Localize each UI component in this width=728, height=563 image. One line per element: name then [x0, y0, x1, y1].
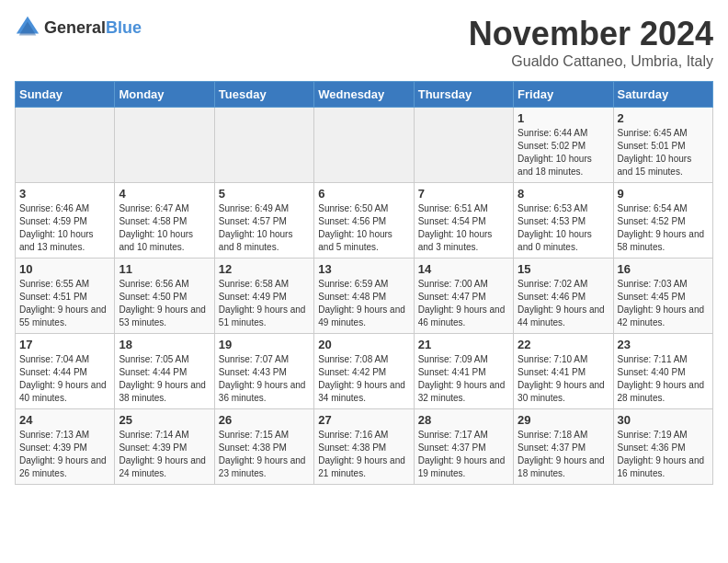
day-number: 9: [618, 187, 709, 201]
day-number: 17: [19, 338, 110, 351]
header: GeneralBlue November 2024 Gualdo Cattane…: [15, 15, 713, 70]
day-number: 25: [119, 413, 210, 427]
day-info: Sunrise: 7:09 AM Sunset: 4:41 PM Dayligh…: [418, 353, 509, 405]
day-number: 16: [618, 262, 709, 276]
day-info: Sunrise: 7:14 AM Sunset: 4:39 PM Dayligh…: [119, 429, 210, 480]
day-number: 27: [318, 413, 409, 427]
calendar-cell: 3Sunrise: 6:46 AM Sunset: 4:59 PM Daylig…: [16, 183, 115, 259]
calendar-cell: 9Sunrise: 6:54 AM Sunset: 4:52 PM Daylig…: [613, 183, 712, 259]
day-number: 20: [318, 338, 409, 351]
header-friday: Friday: [514, 82, 613, 108]
day-number: 3: [19, 187, 110, 201]
day-info: Sunrise: 6:55 AM Sunset: 4:51 PM Dayligh…: [19, 278, 110, 329]
day-number: 7: [418, 187, 509, 201]
calendar-cell: 2Sunrise: 6:45 AM Sunset: 5:01 PM Daylig…: [613, 108, 712, 183]
calendar-week-2: 10Sunrise: 6:55 AM Sunset: 4:51 PM Dayli…: [16, 259, 713, 334]
day-info: Sunrise: 7:15 AM Sunset: 4:38 PM Dayligh…: [219, 429, 310, 480]
month-title: November 2024: [469, 15, 713, 53]
day-info: Sunrise: 7:07 AM Sunset: 4:43 PM Dayligh…: [219, 353, 310, 405]
day-number: 10: [19, 262, 110, 276]
calendar-cell: 22Sunrise: 7:10 AM Sunset: 4:41 PM Dayli…: [514, 334, 613, 409]
day-info: Sunrise: 6:50 AM Sunset: 4:56 PM Dayligh…: [318, 202, 409, 254]
day-info: Sunrise: 7:02 AM Sunset: 4:46 PM Dayligh…: [518, 278, 609, 329]
day-info: Sunrise: 6:54 AM Sunset: 4:52 PM Dayligh…: [618, 202, 709, 254]
calendar-cell: 23Sunrise: 7:11 AM Sunset: 4:40 PM Dayli…: [613, 334, 712, 409]
day-info: Sunrise: 6:58 AM Sunset: 4:49 PM Dayligh…: [219, 278, 310, 329]
day-info: Sunrise: 7:16 AM Sunset: 4:38 PM Dayligh…: [318, 429, 409, 480]
calendar-cell: 18Sunrise: 7:05 AM Sunset: 4:44 PM Dayli…: [115, 334, 214, 409]
calendar-cell: 10Sunrise: 6:55 AM Sunset: 4:51 PM Dayli…: [16, 259, 115, 334]
calendar-cell: 5Sunrise: 6:49 AM Sunset: 4:57 PM Daylig…: [214, 183, 313, 259]
calendar-cell: 14Sunrise: 7:00 AM Sunset: 4:47 PM Dayli…: [414, 259, 513, 334]
calendar-cell: 15Sunrise: 7:02 AM Sunset: 4:46 PM Dayli…: [514, 259, 613, 334]
calendar-cell: 4Sunrise: 6:47 AM Sunset: 4:58 PM Daylig…: [115, 183, 214, 259]
calendar-cell: [414, 108, 513, 183]
day-info: Sunrise: 7:17 AM Sunset: 4:37 PM Dayligh…: [418, 429, 509, 480]
day-number: 15: [518, 262, 609, 276]
calendar-cell: [16, 108, 115, 183]
logo-general: General: [44, 18, 106, 37]
day-number: 12: [219, 262, 310, 276]
day-info: Sunrise: 6:45 AM Sunset: 5:01 PM Dayligh…: [618, 127, 709, 178]
day-number: 29: [518, 413, 609, 427]
calendar-cell: 27Sunrise: 7:16 AM Sunset: 4:38 PM Dayli…: [314, 409, 414, 485]
day-number: 26: [219, 413, 310, 427]
logo-icon: [15, 15, 40, 40]
calendar-cell: 24Sunrise: 7:13 AM Sunset: 4:39 PM Dayli…: [16, 409, 115, 485]
calendar-cell: [214, 108, 313, 183]
day-info: Sunrise: 6:44 AM Sunset: 5:02 PM Dayligh…: [518, 127, 609, 178]
day-info: Sunrise: 7:18 AM Sunset: 4:37 PM Dayligh…: [518, 429, 609, 480]
header-thursday: Thursday: [414, 82, 513, 108]
calendar-cell: 30Sunrise: 7:19 AM Sunset: 4:36 PM Dayli…: [613, 409, 712, 485]
calendar-cell: 13Sunrise: 6:59 AM Sunset: 4:48 PM Dayli…: [314, 259, 414, 334]
day-info: Sunrise: 6:47 AM Sunset: 4:58 PM Dayligh…: [119, 202, 210, 254]
day-info: Sunrise: 7:19 AM Sunset: 4:36 PM Dayligh…: [618, 429, 709, 480]
day-info: Sunrise: 7:13 AM Sunset: 4:39 PM Dayligh…: [19, 429, 110, 480]
calendar-cell: 29Sunrise: 7:18 AM Sunset: 4:37 PM Dayli…: [514, 409, 613, 485]
day-number: 19: [219, 338, 310, 351]
day-info: Sunrise: 7:04 AM Sunset: 4:44 PM Dayligh…: [19, 353, 110, 405]
day-number: 13: [318, 262, 409, 276]
calendar-cell: 21Sunrise: 7:09 AM Sunset: 4:41 PM Dayli…: [414, 334, 513, 409]
day-number: 28: [418, 413, 509, 427]
day-info: Sunrise: 7:11 AM Sunset: 4:40 PM Dayligh…: [618, 353, 709, 405]
day-number: 14: [418, 262, 509, 276]
day-info: Sunrise: 6:51 AM Sunset: 4:54 PM Dayligh…: [418, 202, 509, 254]
day-info: Sunrise: 7:08 AM Sunset: 4:42 PM Dayligh…: [318, 353, 409, 405]
calendar-cell: 12Sunrise: 6:58 AM Sunset: 4:49 PM Dayli…: [214, 259, 313, 334]
header-tuesday: Tuesday: [214, 82, 313, 108]
day-number: 22: [518, 338, 609, 351]
header-monday: Monday: [115, 82, 214, 108]
header-wednesday: Wednesday: [314, 82, 414, 108]
calendar-cell: 25Sunrise: 7:14 AM Sunset: 4:39 PM Dayli…: [115, 409, 214, 485]
day-info: Sunrise: 7:05 AM Sunset: 4:44 PM Dayligh…: [119, 353, 210, 405]
calendar-cell: 16Sunrise: 7:03 AM Sunset: 4:45 PM Dayli…: [613, 259, 712, 334]
day-number: 23: [618, 338, 709, 351]
calendar-cell: 8Sunrise: 6:53 AM Sunset: 4:53 PM Daylig…: [514, 183, 613, 259]
day-number: 2: [618, 111, 709, 125]
day-info: Sunrise: 7:00 AM Sunset: 4:47 PM Dayligh…: [418, 278, 509, 329]
calendar-cell: 7Sunrise: 6:51 AM Sunset: 4:54 PM Daylig…: [414, 183, 513, 259]
calendar-week-1: 3Sunrise: 6:46 AM Sunset: 4:59 PM Daylig…: [16, 183, 713, 259]
day-number: 4: [119, 187, 210, 201]
logo: GeneralBlue: [15, 15, 142, 40]
title-area: November 2024 Gualdo Cattaneo, Umbria, I…: [469, 15, 713, 70]
calendar-cell: 19Sunrise: 7:07 AM Sunset: 4:43 PM Dayli…: [214, 334, 313, 409]
day-info: Sunrise: 6:56 AM Sunset: 4:50 PM Dayligh…: [119, 278, 210, 329]
calendar-cell: [314, 108, 414, 183]
calendar-body: 1Sunrise: 6:44 AM Sunset: 5:02 PM Daylig…: [16, 108, 713, 485]
calendar-cell: [115, 108, 214, 183]
day-info: Sunrise: 7:10 AM Sunset: 4:41 PM Dayligh…: [518, 353, 609, 405]
day-number: 11: [119, 262, 210, 276]
calendar-header-row: SundayMondayTuesdayWednesdayThursdayFrid…: [16, 82, 713, 108]
header-sunday: Sunday: [16, 82, 115, 108]
day-info: Sunrise: 7:03 AM Sunset: 4:45 PM Dayligh…: [618, 278, 709, 329]
calendar-cell: 11Sunrise: 6:56 AM Sunset: 4:50 PM Dayli…: [115, 259, 214, 334]
calendar-cell: 6Sunrise: 6:50 AM Sunset: 4:56 PM Daylig…: [314, 183, 414, 259]
day-info: Sunrise: 6:59 AM Sunset: 4:48 PM Dayligh…: [318, 278, 409, 329]
day-info: Sunrise: 6:53 AM Sunset: 4:53 PM Dayligh…: [518, 202, 609, 254]
day-number: 30: [618, 413, 709, 427]
day-number: 8: [518, 187, 609, 201]
header-saturday: Saturday: [613, 82, 712, 108]
calendar-cell: 20Sunrise: 7:08 AM Sunset: 4:42 PM Dayli…: [314, 334, 414, 409]
